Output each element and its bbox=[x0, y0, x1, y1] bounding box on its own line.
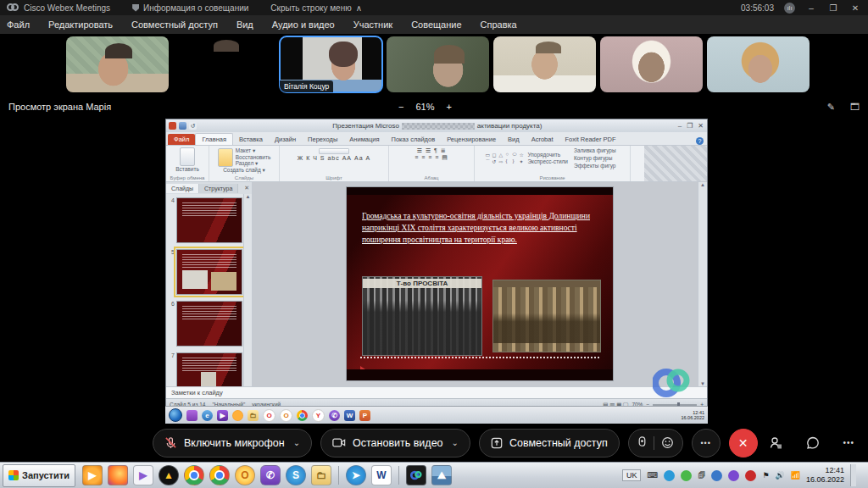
tray-network-icon[interactable]: 📶 bbox=[791, 471, 800, 480]
list-buttons[interactable]: ☰ ☰ ¶ ≣ bbox=[416, 147, 446, 154]
section-button[interactable]: Раздел ▾ bbox=[236, 160, 259, 167]
menu-meeting[interactable]: Совещание bbox=[411, 19, 461, 30]
slide-thumbnail-7[interactable]: 7 bbox=[168, 352, 250, 386]
taskbar-kmplayer-icon[interactable]: ▶ bbox=[133, 465, 153, 485]
tab-view[interactable]: Вид bbox=[502, 134, 526, 145]
taskbar-viber-icon[interactable]: ✆ bbox=[260, 465, 281, 485]
menu-participant[interactable]: Участник bbox=[353, 19, 392, 30]
tab-insert[interactable]: Вставка bbox=[233, 134, 269, 145]
ppt-restore-button[interactable]: ❐ bbox=[687, 122, 693, 130]
panel-tab-slides[interactable]: Слайды bbox=[166, 184, 199, 193]
zoom-out-button[interactable]: − bbox=[398, 102, 403, 112]
paste-button[interactable] bbox=[180, 147, 195, 166]
new-slide-button[interactable] bbox=[218, 148, 233, 167]
help-icon[interactable]: ? bbox=[696, 137, 704, 145]
minimize-button[interactable]: – bbox=[805, 3, 817, 13]
participant-video-4[interactable] bbox=[387, 36, 489, 92]
menu-help[interactable]: Справка bbox=[481, 19, 517, 30]
panel-scrollbar[interactable]: ▲ bbox=[243, 194, 252, 386]
shared-app-photoshop-icon[interactable] bbox=[186, 410, 198, 421]
reactions-icon[interactable] bbox=[661, 436, 674, 449]
tray-viber-icon[interactable] bbox=[728, 470, 739, 481]
tab-foxit[interactable]: Foxit Reader PDF bbox=[559, 134, 622, 145]
shared-folder-icon[interactable]: 🗀 bbox=[248, 410, 259, 421]
slide-thumbnail-5-selected[interactable]: 5 bbox=[168, 249, 250, 295]
mic-options-chevron-icon[interactable]: ⌄ bbox=[293, 438, 300, 447]
font-name-combo[interactable] bbox=[319, 148, 349, 154]
tab-review[interactable]: Рецензирование bbox=[441, 134, 502, 145]
panel-tab-outline[interactable]: Структура bbox=[199, 184, 238, 193]
zoom-in-button[interactable]: + bbox=[446, 102, 451, 112]
tab-acrobat[interactable]: Acrobat bbox=[526, 134, 559, 145]
tray-antivirus-icon[interactable] bbox=[681, 470, 692, 481]
shared-app-media-icon[interactable]: ▶ bbox=[217, 410, 228, 421]
more-options-button[interactable]: ••• bbox=[692, 429, 721, 458]
close-button[interactable]: ✕ bbox=[849, 3, 861, 13]
tab-home[interactable]: Главная bbox=[195, 133, 233, 145]
shared-app-viber-icon[interactable]: ✆ bbox=[329, 410, 340, 421]
taskbar-aimp-icon[interactable]: ▲ bbox=[159, 465, 179, 485]
share-content-button[interactable]: Совместный доступ bbox=[479, 429, 620, 458]
taskbar-chrome-profile-icon[interactable] bbox=[209, 465, 230, 485]
tray-flag-icon[interactable]: ⚑ bbox=[762, 471, 769, 480]
shared-app-player-icon[interactable] bbox=[232, 410, 243, 421]
shared-app-yandex-icon[interactable]: Y bbox=[312, 409, 325, 422]
ppt-minimize-button[interactable]: – bbox=[678, 122, 682, 130]
start-button[interactable]: Запустити bbox=[3, 464, 75, 487]
taskbar-skype-icon[interactable]: S bbox=[286, 465, 306, 485]
taskbar-webex-icon[interactable] bbox=[406, 465, 426, 485]
participant-video-7[interactable] bbox=[707, 36, 810, 92]
taskbar-yandex-browser-icon[interactable]: O bbox=[235, 465, 255, 485]
participant-video-2[interactable] bbox=[173, 36, 275, 92]
shared-start-button[interactable] bbox=[169, 408, 182, 422]
panel-close-icon[interactable]: ✕ bbox=[244, 185, 249, 191]
align-buttons[interactable]: ≡ ≡ ≡ ≡ ▤ bbox=[415, 154, 448, 161]
taskbar-chrome-icon[interactable] bbox=[184, 465, 204, 485]
unmute-button[interactable]: Включить микрофон ⌄ bbox=[153, 429, 312, 458]
taskbar-mediaplayer-icon[interactable]: ▶ bbox=[82, 465, 103, 485]
maximize-button[interactable]: ❐ bbox=[827, 3, 839, 13]
more-panels-icon[interactable]: ••• bbox=[843, 435, 854, 451]
slide-thumbnail-6[interactable]: 6 bbox=[168, 301, 250, 347]
shared-app-powerpoint-icon[interactable]: P bbox=[359, 410, 370, 421]
participant-video-6[interactable] bbox=[600, 36, 703, 92]
shared-app-word-icon[interactable]: W bbox=[344, 410, 355, 421]
tab-design[interactable]: Дизайн bbox=[269, 134, 302, 145]
record-icon[interactable] bbox=[637, 436, 647, 449]
shared-app-chrome-icon[interactable] bbox=[297, 410, 308, 421]
shape-fill-button[interactable]: Заливка фигуры bbox=[574, 147, 616, 153]
menu-view[interactable]: Вид bbox=[236, 19, 253, 30]
arrange-button[interactable]: Упорядочить bbox=[527, 152, 568, 158]
new-slide-label[interactable]: Создать слайд ▾ bbox=[223, 167, 265, 174]
annotate-icon[interactable]: ✎ bbox=[827, 102, 835, 113]
participant-video-5[interactable] bbox=[493, 36, 596, 92]
shared-app-browser-icon[interactable]: e bbox=[202, 410, 213, 421]
shared-app-orange-browser-icon[interactable]: O bbox=[280, 409, 292, 422]
tray-clipboard-icon[interactable]: 🗐 bbox=[698, 471, 705, 480]
tray-eye-icon[interactable] bbox=[711, 470, 722, 481]
participants-panel-icon[interactable] bbox=[768, 435, 783, 451]
tray-telegram-icon[interactable] bbox=[664, 470, 675, 481]
menu-audio-video[interactable]: Аудио и видео bbox=[272, 19, 335, 30]
slide-scrollbar[interactable]: ▲▼ bbox=[698, 182, 707, 386]
layout-button[interactable]: Макет ▾ bbox=[236, 147, 255, 154]
taskbar-explorer-icon[interactable]: 🗀 bbox=[311, 465, 331, 485]
view-options-icon[interactable]: 🗔 bbox=[850, 102, 860, 113]
participant-video-active-speaker[interactable]: Віталія Коцур bbox=[280, 36, 382, 92]
shapes-gallery[interactable]: ▭◻△○⬭☆ ⌒↺⇨{}✦ bbox=[485, 152, 525, 164]
hide-menu-button[interactable]: Скрыть строку меню ∧ bbox=[270, 3, 362, 13]
taskbar-firefox-icon[interactable] bbox=[108, 465, 128, 485]
tab-slideshow[interactable]: Показ слайдов bbox=[386, 134, 442, 145]
quick-styles-button[interactable]: Экспресс-стили bbox=[527, 158, 568, 164]
shared-app-opera-icon[interactable]: O bbox=[263, 409, 275, 422]
menu-file[interactable]: Файл bbox=[7, 19, 30, 30]
taskbar-photos-icon[interactable]: ⛰ bbox=[431, 465, 452, 485]
save-icon[interactable] bbox=[179, 122, 186, 130]
tab-file[interactable]: Файл bbox=[168, 134, 195, 145]
taskbar-word-icon[interactable]: W bbox=[371, 465, 392, 485]
menu-edit[interactable]: Редактировать bbox=[48, 19, 113, 30]
slide-thumbnail-4[interactable]: 4 bbox=[168, 197, 250, 243]
video-options-chevron-icon[interactable]: ⌄ bbox=[452, 438, 459, 447]
show-desktop-button[interactable] bbox=[850, 464, 856, 486]
tab-animations[interactable]: Анимация bbox=[343, 134, 385, 145]
